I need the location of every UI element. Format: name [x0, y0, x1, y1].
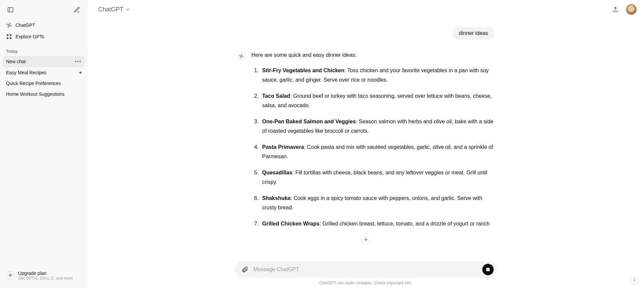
- svg-point-5: [7, 38, 8, 39]
- unread-dot-icon: [79, 72, 81, 74]
- message-input[interactable]: [254, 266, 479, 273]
- assistant-intro: Here are some quick and easy dinner idea…: [252, 50, 495, 60]
- scroll-down-button[interactable]: [361, 234, 371, 244]
- nav-chatgpt-label: ChatGPT: [15, 23, 35, 28]
- disclaimer: ChatGPT can make mistakes. Check importa…: [87, 278, 644, 286]
- sidebar-bottom: Upgrade plan Get GPT-4, DALL·E, and more: [0, 264, 87, 288]
- assistant-body: Here are some quick and easy dinner idea…: [252, 50, 495, 235]
- list-item: Stir-Fry Vegetables and Chicken: Toss ch…: [260, 66, 495, 85]
- list-item: Shakshuka: Cook eggs in a spicy tomato s…: [260, 194, 495, 212]
- main: ChatGPT dinner ideas Here are some quick…: [87, 0, 644, 288]
- svg-point-2: [8, 25, 10, 26]
- idea-title: Shakshuka: [262, 195, 291, 201]
- share-button[interactable]: [610, 4, 621, 15]
- stop-button[interactable]: [482, 264, 494, 275]
- idea-title: Stir-Fry Vegetables and Chicken: [262, 68, 345, 73]
- sidebar: ChatGPT Explore GPTs Today New chat ••• …: [0, 0, 87, 288]
- model-name: ChatGPT: [98, 6, 123, 13]
- sparkle-icon: [6, 271, 15, 280]
- svg-rect-0: [8, 7, 13, 12]
- list-item: One-Pan Baked Salmon and Veggies: Season…: [260, 117, 495, 136]
- conversation-inner: dinner ideas Here are some quick and eas…: [235, 19, 497, 235]
- idea-desc: : Cook eggs in a spicy tomato sauce with…: [262, 195, 483, 210]
- idea-title: Grilled Chicken Wraps: [262, 221, 319, 227]
- main-header: ChatGPT: [87, 0, 644, 19]
- list-item: Grilled Chicken Wraps: Grilled chicken b…: [260, 219, 495, 229]
- section-today-label: Today: [0, 42, 87, 56]
- sidebar-icon: [7, 6, 14, 13]
- upgrade-subtitle: Get GPT-4, DALL·E, and more: [18, 276, 73, 281]
- stop-icon: [486, 268, 490, 271]
- composer: [235, 261, 497, 278]
- openai-icon: [238, 53, 244, 59]
- idea-title: One-Pan Baked Salmon and Veggies: [262, 119, 356, 124]
- chat-item-quick-recipe[interactable]: Quick Recipe Preferences: [3, 78, 85, 89]
- chat-title: Quick Recipe Preferences: [6, 81, 61, 86]
- user-message: dinner ideas: [235, 27, 497, 40]
- upload-icon: [612, 6, 619, 13]
- arrow-down-icon: [363, 236, 369, 242]
- grid-icon: [6, 34, 12, 40]
- list-item: Pasta Primavera: Cook pasta and mix with…: [260, 142, 495, 161]
- openai-icon: [6, 22, 12, 28]
- nav-explore-label: Explore GPTs: [15, 34, 44, 39]
- assistant-avatar: [237, 52, 245, 60]
- attach-button[interactable]: [239, 264, 250, 275]
- idea-title: Pasta Primavera: [262, 144, 304, 150]
- svg-point-8: [240, 55, 242, 57]
- edit-icon: [74, 6, 80, 13]
- nav-explore-gpts[interactable]: Explore GPTs: [3, 31, 85, 42]
- new-chat-button[interactable]: [71, 4, 83, 15]
- help-button[interactable]: ?: [631, 277, 638, 285]
- chat-more-button[interactable]: •••: [75, 58, 81, 65]
- chat-item-home-workout[interactable]: Home Workout Suggestions: [3, 89, 85, 99]
- svg-point-4: [10, 35, 11, 36]
- idea-title: Taco Salad: [262, 93, 290, 99]
- sidebar-top: [0, 0, 87, 19]
- sidebar-nav: ChatGPT Explore GPTs: [0, 19, 87, 42]
- conversation: dinner ideas Here are some quick and eas…: [87, 19, 644, 261]
- assistant-message: Here are some quick and easy dinner idea…: [235, 50, 497, 235]
- chat-item-new-chat[interactable]: New chat •••: [3, 56, 85, 67]
- idea-desc: : Ground beef or turkey with taco season…: [262, 93, 492, 108]
- paperclip-icon: [241, 266, 249, 273]
- upgrade-plan-button[interactable]: Upgrade plan Get GPT-4, DALL·E, and more: [3, 268, 85, 283]
- model-selector[interactable]: ChatGPT: [95, 4, 134, 15]
- user-avatar[interactable]: [626, 4, 637, 15]
- header-right: [610, 4, 637, 15]
- chat-title: Easy Meal Recipes: [6, 70, 46, 75]
- list-item: Taco Salad: Ground beef or turkey with t…: [260, 91, 495, 110]
- svg-point-3: [7, 35, 8, 36]
- idea-title: Quesadillas: [262, 170, 293, 175]
- chat-list: New chat ••• Easy Meal Recipes Quick Rec…: [0, 56, 87, 264]
- list-item: Quesadillas: Fill tortillas with cheese,…: [260, 168, 495, 187]
- composer-wrap: ChatGPT can make mistakes. Check importa…: [87, 261, 644, 288]
- idea-desc: : Fill tortillas with cheese, black bean…: [262, 170, 488, 185]
- nav-chatgpt[interactable]: ChatGPT: [3, 19, 85, 31]
- chat-title: Home Workout Suggestions: [6, 91, 65, 97]
- chevron-down-icon: [125, 7, 130, 12]
- svg-point-6: [10, 38, 11, 39]
- chat-item-easy-meal[interactable]: Easy Meal Recipes: [3, 67, 85, 78]
- chat-title: New chat: [6, 59, 26, 64]
- idea-desc: : Grilled chicken breast, lettuce, tomat…: [319, 221, 490, 227]
- idea-list: Stir-Fry Vegetables and Chicken: Toss ch…: [252, 66, 495, 229]
- upgrade-title: Upgrade plan: [18, 271, 73, 276]
- collapse-sidebar-button[interactable]: [5, 4, 16, 15]
- user-bubble: dinner ideas: [452, 27, 495, 40]
